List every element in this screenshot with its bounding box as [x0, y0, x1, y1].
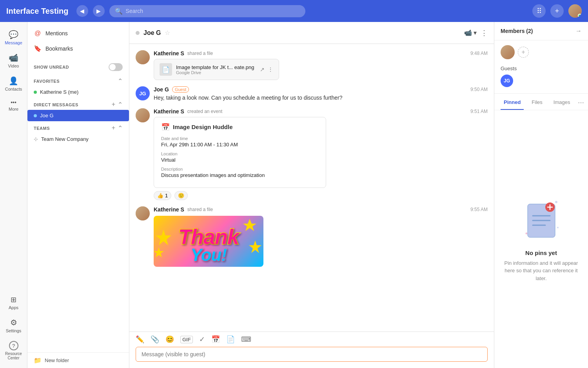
nav-item-more[interactable]: ••• More	[0, 96, 27, 115]
nav-item-settings[interactable]: ⚙ Settings	[0, 315, 27, 336]
nav-label-resource-center: Resource Center	[0, 352, 27, 360]
svg-text:Thank: Thank	[178, 225, 240, 248]
app-title: Interface Testing	[6, 7, 69, 16]
video-dropdown-icon: ▾	[474, 29, 477, 36]
bookmarks-icon: 🔖	[34, 45, 42, 52]
nav-item-apps[interactable]: ⊞ Apps	[0, 292, 27, 313]
teams-section-header: TEAMS + ⌃	[27, 121, 129, 133]
message-4: Katherine S shared a file 9:55 AM Tha	[136, 206, 488, 267]
search-input[interactable]	[126, 8, 300, 14]
dm-collapse-icon[interactable]: ⌃	[118, 101, 123, 108]
message-input[interactable]	[136, 347, 488, 362]
back-button[interactable]: ◀	[76, 5, 88, 17]
calendar-toolbar-icon[interactable]: 📅	[211, 335, 220, 344]
rp-close-button[interactable]: →	[575, 27, 582, 35]
nav-label-settings: Settings	[6, 328, 22, 333]
empty-title: No pins yet	[525, 250, 557, 256]
pencil-icon[interactable]: ✏️	[136, 335, 144, 344]
search-bar[interactable]: 🔍	[109, 5, 305, 17]
msg-author-1: Katherine S	[154, 50, 184, 56]
team-name: Team New Company	[41, 136, 89, 142]
add-member-button[interactable]: +	[518, 47, 529, 58]
empty-desc: Pin information and it will appear here …	[502, 259, 580, 282]
code-icon[interactable]: ⌨	[241, 335, 251, 344]
file-open-icon[interactable]: ↗	[260, 66, 265, 73]
paperclip-icon[interactable]: 📎	[151, 335, 159, 344]
avatar-katherine-3	[136, 108, 150, 122]
event-field-date: Date and time Fri, Apr 29th 11:00 AM - 1…	[161, 136, 319, 148]
guest-badge: Guest	[172, 86, 189, 93]
avatar-joe: JG	[136, 86, 150, 100]
nav-item-message[interactable]: 💬 Message	[0, 27, 27, 48]
dm-add-icon[interactable]: +	[112, 101, 115, 108]
reaction-thumbsup[interactable]: 👍 1	[154, 191, 171, 200]
video-call-button[interactable]: 📹 ▾	[464, 29, 477, 36]
contact-name-katherine: Katherine S (me)	[40, 89, 78, 95]
sidebar-new-folder[interactable]: 📁 New folder	[27, 352, 129, 368]
msg-time-1: 9:48 AM	[470, 51, 488, 56]
svg-marker-2	[249, 240, 261, 253]
sidebar-contact-katherine[interactable]: Katherine S (me)	[27, 86, 129, 98]
dm-label: DIRECT MESSAGES	[34, 102, 78, 107]
teams-collapse-icon[interactable]: ⌃	[118, 124, 123, 132]
event-field-location: Location Virtual	[161, 151, 319, 163]
apps-icon: ⊞	[11, 295, 16, 304]
guest-avatar-jg: JG	[501, 75, 513, 87]
nav-item-contacts[interactable]: 👤 Contacts	[0, 73, 27, 95]
file-name-1: Image template for JK t... eate.png	[176, 64, 256, 70]
tab-pinned[interactable]: Pinned	[501, 95, 524, 110]
tab-files[interactable]: Files	[528, 95, 545, 110]
msg-time-4: 9:55 AM	[470, 207, 488, 212]
event-title: Image Design Huddle	[173, 124, 233, 130]
reaction-smiley[interactable]: 🙂	[174, 191, 188, 200]
folder-icon: 📁	[34, 357, 42, 364]
msg-content-2: Joe G Guest 9:50 AM Hey, taking a look n…	[154, 86, 488, 102]
video-icon: 📹	[9, 53, 18, 62]
sidebar-dm-joe[interactable]: Joe G	[27, 110, 129, 121]
add-button[interactable]: +	[550, 4, 564, 18]
nav-label-contacts: Contacts	[5, 87, 22, 91]
nav-item-video[interactable]: 📹 Video	[0, 50, 27, 71]
show-unread-toggle[interactable]	[109, 63, 123, 71]
document-icon[interactable]: 📄	[226, 335, 235, 344]
sidebar-mentions[interactable]: @ Mentions	[27, 26, 129, 41]
tab-images[interactable]: Images	[550, 95, 573, 110]
favorites-collapse-icon[interactable]: ⌃	[118, 77, 123, 85]
chat-header: Joe G ☆ 📹 ▾ ⋮	[129, 22, 494, 44]
file-actions-1: ↗ ⋮	[260, 66, 273, 73]
file-more-icon[interactable]: ⋮	[268, 66, 273, 73]
new-folder-label: New folder	[45, 357, 69, 363]
forward-button[interactable]: ▶	[93, 5, 105, 17]
mentions-icon: @	[34, 30, 42, 37]
nav-item-resource-center[interactable]: ? Resource Center	[0, 338, 27, 363]
sidebar-team-new-company[interactable]: ⊹ Team New Company	[27, 133, 129, 145]
video-call-icon: 📹	[464, 29, 472, 36]
event-desc-label: Description	[161, 167, 319, 171]
gif-icon[interactable]: GIF	[180, 336, 193, 343]
teams-add-icon[interactable]: +	[112, 124, 115, 132]
message-2: JG Joe G Guest 9:50 AM Hey, taking a loo…	[136, 86, 488, 102]
event-location-label: Location	[161, 151, 319, 156]
joe-status-dot	[34, 114, 37, 117]
user-avatar[interactable]	[568, 4, 582, 18]
thumbsup-count: 1	[165, 193, 168, 199]
file-card-1[interactable]: 📄 Image template for JK t... eate.png Go…	[154, 59, 279, 80]
check-icon[interactable]: ✓	[199, 335, 205, 344]
event-date-value: Fri, Apr 29th 11:00 AM - 11:30 AM	[161, 142, 319, 148]
sidebar-bookmarks[interactable]: 🔖 Bookmarks	[27, 41, 129, 56]
resource-center-icon: ?	[9, 341, 18, 350]
svg-point-14	[557, 227, 559, 228]
right-panel-header: Members (2) →	[494, 22, 588, 40]
bookmarks-label: Bookmarks	[45, 46, 73, 52]
tabs-more-icon[interactable]: ⋯	[578, 95, 584, 110]
star-icon[interactable]: ☆	[165, 29, 170, 36]
event-location-value: Virtual	[161, 157, 319, 163]
file-source-1: Google Drive	[176, 70, 256, 75]
status-dot	[34, 91, 37, 94]
emoji-icon[interactable]: 😊	[165, 335, 174, 344]
grid-icon[interactable]: ⠿	[532, 4, 546, 18]
chat-options-icon[interactable]: ⋮	[481, 29, 488, 37]
event-card: 📅 Image Design Huddle Date and time Fri,…	[154, 117, 326, 188]
message-1: Katherine S shared a file 9:48 AM 📄 Imag…	[136, 50, 488, 80]
right-panel: Members (2) → + Guests JG Pinned Files I…	[494, 22, 588, 368]
